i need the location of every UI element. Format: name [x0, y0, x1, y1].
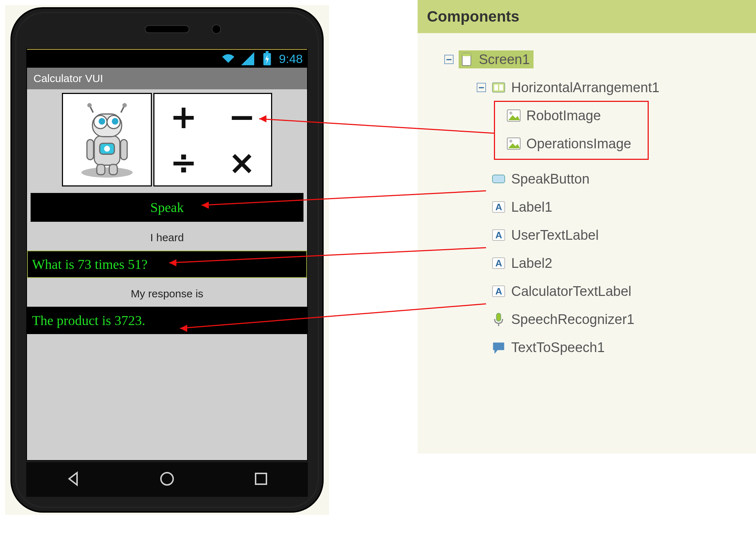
svg-rect-1 — [266, 51, 269, 53]
svg-rect-9 — [109, 165, 117, 175]
image-icon — [506, 136, 521, 151]
selected-highlight: Screen1 — [459, 50, 534, 68]
tree-label: SpeakButton — [511, 172, 590, 186]
tree-label: Label2 — [511, 256, 552, 270]
label-icon: A — [491, 228, 506, 243]
tree-label: HorizontalArrangement1 — [511, 81, 660, 94]
earpiece-icon — [145, 26, 189, 32]
robot-image — [62, 93, 152, 186]
status-bar: 9:48 — [27, 50, 307, 68]
label2: My response is — [27, 282, 307, 305]
label-icon: A — [491, 256, 506, 271]
svg-line-15 — [90, 107, 93, 113]
svg-rect-22 — [462, 53, 471, 56]
phone-preview: 9:48 Calculator VUI — [5, 5, 329, 515]
tree-item-screen1[interactable]: − Screen1 — [424, 45, 750, 73]
app-body: + − ÷ × Speak I heard What is 73 times 5… — [27, 89, 307, 334]
panel-title: Components — [427, 9, 519, 24]
tree-item-calculatortextlabel[interactable]: A CalculatorTextLabel — [424, 277, 750, 305]
svg-point-18 — [122, 103, 127, 107]
status-time: 9:48 — [279, 53, 303, 65]
wifi-icon — [221, 51, 236, 66]
tree-item-speakbutton[interactable]: SpeakButton — [424, 165, 750, 193]
divide-icon: ÷ — [154, 147, 213, 179]
collapse-icon[interactable]: − — [477, 83, 486, 92]
tree-label: TextToSpeech1 — [511, 341, 605, 354]
tree-item-texttospeech[interactable]: TextToSpeech1 — [424, 333, 750, 361]
tree-label: Screen1 — [479, 53, 530, 66]
tree-label: UserTextLabel — [511, 228, 599, 242]
calculator-text-label: The product is 3723. — [27, 307, 307, 334]
tree-label: CalculatorTextLabel — [511, 284, 631, 298]
tree-label: SpeechRecognizer1 — [511, 312, 634, 326]
collapse-icon[interactable]: − — [444, 55, 454, 64]
phone-frame: 9:48 Calculator VUI — [10, 7, 324, 513]
camera-dot-icon — [212, 25, 220, 33]
image-icon — [506, 108, 521, 123]
speech-bubble-icon — [491, 340, 506, 355]
plus-icon: + — [154, 101, 213, 133]
device-screen: 9:48 Calculator VUI — [26, 48, 308, 461]
speak-button-label: Speak — [150, 201, 184, 214]
svg-text:A: A — [495, 202, 502, 212]
tree-label: Label1 — [511, 200, 552, 214]
user-text: What is 73 times 51? — [32, 257, 148, 271]
label-icon: A — [491, 199, 506, 215]
tree-item-horizontalarrangement[interactable]: − HorizontalArrangement1 — [424, 73, 750, 102]
label1: I heard — [27, 226, 307, 249]
svg-line-17 — [121, 107, 124, 113]
svg-text:A: A — [495, 286, 502, 297]
operations-image: + − ÷ × — [153, 93, 272, 186]
components-tree: − Screen1 − HorizontalArrangement1 — [418, 33, 756, 361]
label1-text: I heard — [150, 232, 184, 243]
side-button-icon — [10, 210, 12, 268]
tree-label: RobotImage — [526, 109, 601, 122]
svg-point-19 — [161, 473, 173, 485]
tree-item-label1[interactable]: A Label1 — [424, 193, 750, 221]
tree-item-speechrecognizer[interactable]: SpeechRecognizer1 — [424, 305, 750, 333]
minus-icon: − — [213, 101, 271, 133]
tree-item-operationsimage[interactable]: OperationsImage — [424, 130, 750, 158]
svg-rect-25 — [499, 85, 503, 90]
svg-point-16 — [87, 103, 91, 107]
svg-point-13 — [99, 118, 105, 125]
times-icon: × — [213, 147, 271, 179]
app-title-bar: Calculator VUI — [27, 68, 307, 89]
svg-rect-39 — [496, 313, 501, 321]
svg-rect-24 — [494, 85, 498, 90]
horizontal-arrangement: + − ÷ × — [27, 89, 307, 191]
tree-item-label2[interactable]: A Label2 — [424, 249, 750, 277]
speak-button[interactable]: Speak — [31, 193, 303, 222]
svg-rect-20 — [256, 473, 266, 484]
android-nav-bar — [26, 462, 308, 497]
side-button-icon — [10, 102, 12, 135]
label2-text: My response is — [131, 288, 203, 299]
side-button-icon — [10, 145, 12, 203]
nav-back-icon[interactable] — [64, 470, 82, 489]
svg-text:A: A — [495, 258, 502, 269]
battery-charging-icon — [260, 51, 275, 66]
tree-item-robotimage[interactable]: RobotImage — [424, 102, 750, 130]
tree-label: OperationsImage — [526, 137, 631, 150]
svg-point-2 — [81, 167, 132, 177]
svg-rect-6 — [87, 140, 93, 160]
svg-rect-8 — [97, 165, 105, 175]
components-panel: Components − Screen1 − HorizontalArrange… — [418, 0, 756, 454]
svg-point-5 — [104, 146, 110, 152]
svg-text:A: A — [495, 230, 502, 240]
side-button-icon — [322, 117, 324, 178]
svg-rect-30 — [492, 175, 505, 183]
nav-recent-icon[interactable] — [252, 470, 270, 489]
app-title: Calculator VUI — [33, 73, 103, 84]
panel-title-bar: Components — [418, 0, 756, 33]
nav-home-icon[interactable] — [158, 470, 176, 489]
svg-point-29 — [509, 140, 512, 143]
svg-rect-7 — [121, 140, 127, 160]
button-icon — [491, 171, 506, 186]
stage: 9:48 Calculator VUI — [0, 0, 756, 540]
svg-point-14 — [112, 118, 118, 125]
layout-icon — [491, 80, 506, 95]
svg-point-27 — [509, 112, 512, 114]
tree-item-usertextlabel[interactable]: A UserTextLabel — [424, 221, 750, 249]
signal-icon — [240, 51, 255, 66]
